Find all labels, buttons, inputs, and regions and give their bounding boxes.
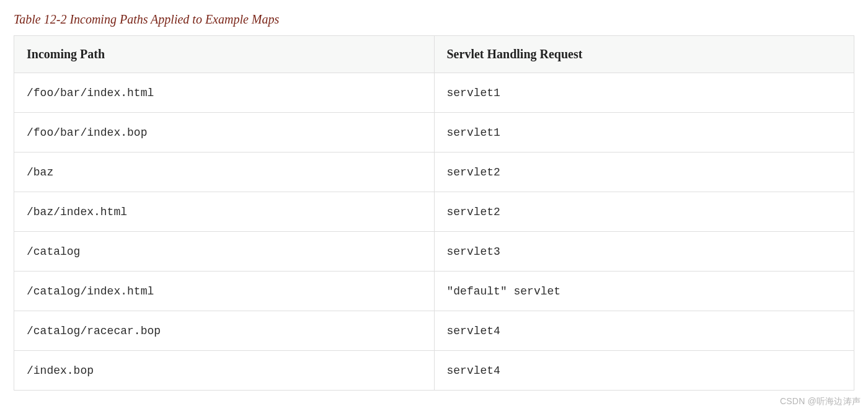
table-row: /catalog/index.html "default" servlet <box>14 272 854 311</box>
cell-servlet: "default" servlet <box>434 272 854 311</box>
table-row: /foo/bar/index.bop servlet1 <box>14 113 854 152</box>
watermark-text: CSDN @听海边涛声 <box>780 396 861 407</box>
table-row: /catalog/racecar.bop servlet4 <box>14 311 854 351</box>
header-servlet: Servlet Handling Request <box>434 36 854 73</box>
cell-path: /index.bop <box>14 351 435 391</box>
cell-servlet: servlet1 <box>434 73 854 113</box>
cell-servlet: servlet1 <box>434 113 854 152</box>
cell-path: /catalog/index.html <box>14 272 435 311</box>
cell-servlet: servlet2 <box>434 152 854 192</box>
table-header-row: Incoming Path Servlet Handling Request <box>14 36 854 73</box>
cell-path: /foo/bar/index.bop <box>14 113 435 152</box>
table-row: /baz servlet2 <box>14 152 854 192</box>
table-caption: Table 12-2 Incoming Paths Applied to Exa… <box>14 12 854 27</box>
cell-servlet: servlet2 <box>434 192 854 232</box>
header-incoming-path: Incoming Path <box>14 36 435 73</box>
table-row: /foo/bar/index.html servlet1 <box>14 73 854 113</box>
table-row: /index.bop servlet4 <box>14 351 854 391</box>
mapping-table: Incoming Path Servlet Handling Request /… <box>14 35 854 391</box>
cell-path: /catalog <box>14 232 435 272</box>
cell-path: /baz <box>14 152 435 192</box>
cell-servlet: servlet4 <box>434 351 854 391</box>
table-row: /baz/index.html servlet2 <box>14 192 854 232</box>
cell-servlet: servlet4 <box>434 311 854 351</box>
cell-servlet: servlet3 <box>434 232 854 272</box>
cell-path: /catalog/racecar.bop <box>14 311 435 351</box>
table-row: /catalog servlet3 <box>14 232 854 272</box>
cell-path: /foo/bar/index.html <box>14 73 435 113</box>
cell-path: /baz/index.html <box>14 192 435 232</box>
